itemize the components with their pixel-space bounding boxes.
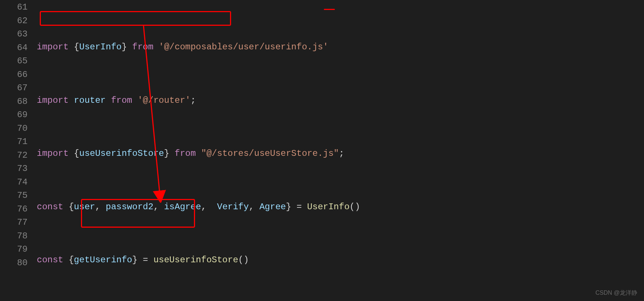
line-number: 61 xyxy=(0,1,28,14)
line-number: 70 xyxy=(0,122,28,136)
line-number: 76 xyxy=(0,203,28,216)
line-number: 67 xyxy=(0,81,28,95)
line-number: 64 xyxy=(0,41,28,55)
line-number: 80 xyxy=(0,256,28,270)
line-number: 79 xyxy=(0,243,28,256)
code-line[interactable]: import router from '@/router'; xyxy=(37,94,644,108)
line-number: 75 xyxy=(0,189,28,203)
watermark: CSDN @龙洋静 xyxy=(595,288,637,297)
code-line[interactable]: import {UserInfo} from '@/composables/us… xyxy=(37,41,644,54)
line-number-gutter: 61 62 63 64 65 66 67 68 69 70 71 72 73 7… xyxy=(0,0,37,301)
line-number: 73 xyxy=(0,162,28,176)
line-number: 71 xyxy=(0,135,28,149)
code-line[interactable]: const {getUserinfo} = useUserinfoStore() xyxy=(37,253,644,267)
line-number: 77 xyxy=(0,216,28,230)
code-line[interactable]: import {useUserinfoStore} from "@/stores… xyxy=(37,147,644,161)
line-number: 78 xyxy=(0,230,28,243)
line-number: 66 xyxy=(0,68,28,82)
line-number: 74 xyxy=(0,176,28,189)
line-number: 72 xyxy=(0,149,28,162)
code-editor[interactable]: 61 62 63 64 65 66 67 68 69 70 71 72 73 7… xyxy=(0,0,644,301)
line-number: 65 xyxy=(0,55,28,68)
line-number: 69 xyxy=(0,108,28,122)
line-number: 62 xyxy=(0,14,28,28)
code-area[interactable]: import {UserInfo} from '@/composables/us… xyxy=(37,0,644,301)
code-line[interactable]: const {user, password2, isAgree, Verify,… xyxy=(37,200,644,214)
line-number: 63 xyxy=(0,28,28,41)
line-number: 68 xyxy=(0,95,28,109)
